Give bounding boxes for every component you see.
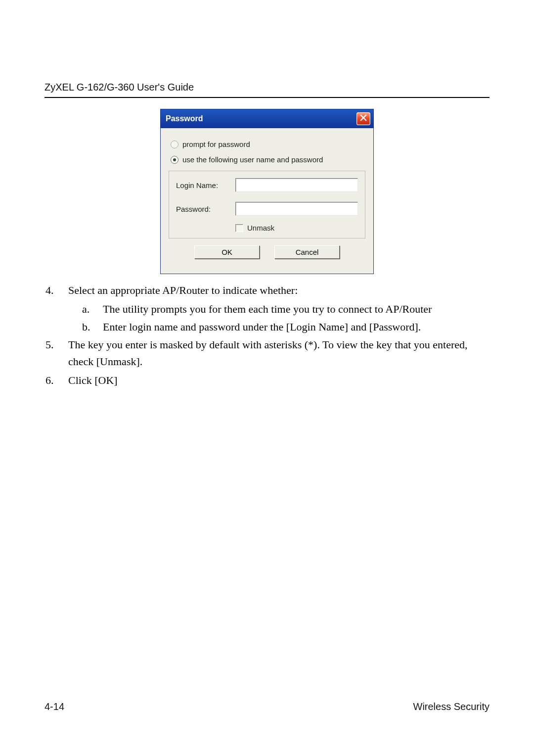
section-name: Wireless Security [413,701,490,712]
list-number: 6. [44,372,68,389]
list-item: b. Enter login name and password under t… [82,319,490,335]
list-text: Select an appropriate AP/Router to indic… [68,282,490,299]
dialog-title: Password [166,114,203,123]
page-number: 4-14 [44,701,64,712]
instruction-text: 4. Select an appropriate AP/Router to in… [44,282,490,389]
login-name-row: Login Name: [176,178,358,192]
ok-button[interactable]: OK [194,245,260,259]
radio-use-following[interactable]: use the following user name and password [171,155,365,164]
dialog-titlebar[interactable]: Password [161,109,373,128]
password-label: Password: [176,205,235,213]
header-rule [44,97,490,98]
list-text: Enter login name and password under the … [103,319,421,335]
list-number: 4. [44,282,68,299]
dialog-buttons: OK Cancel [169,238,365,267]
cancel-button[interactable]: Cancel [274,245,340,259]
list-text: The key you enter is masked by default w… [68,336,490,370]
credentials-group: Login Name: Password: Unmask [169,171,365,238]
list-text: The utility prompts you for them each ti… [103,301,432,318]
radio-icon [171,156,178,164]
list-item: 4. Select an appropriate AP/Router to in… [44,282,490,299]
password-dialog: Password prompt for password use the fol… [160,109,374,274]
list-number: 5. [44,336,68,370]
page-title: ZyXEL G-162/G-360 User's Guide [44,82,490,93]
password-input[interactable] [235,202,358,216]
radio-prompt-for-password[interactable]: prompt for password [171,140,365,148]
page-header: ZyXEL G-162/G-360 User's Guide [44,82,490,98]
password-row: Password: [176,202,358,216]
close-icon [360,114,367,123]
page: ZyXEL G-162/G-360 User's Guide Password … [0,0,534,756]
list-item: a. The utility prompts you for them each… [82,301,490,318]
dialog-screenshot: Password prompt for password use the fol… [44,109,490,274]
login-name-label: Login Name: [176,181,235,189]
close-button[interactable] [356,112,370,125]
list-item: 5. The key you enter is masked by defaul… [44,336,490,370]
list-number: a. [82,301,103,318]
radio-label: use the following user name and password [182,155,323,164]
unmask-label: Unmask [247,224,274,232]
unmask-row[interactable]: Unmask [235,224,358,232]
dialog-body: prompt for password use the following us… [161,128,373,274]
page-footer: 4-14 Wireless Security [44,701,490,712]
login-name-input[interactable] [235,178,358,192]
radio-icon [171,141,178,148]
radio-label: prompt for password [182,140,250,148]
list-number: b. [82,319,103,335]
unmask-checkbox[interactable] [235,224,243,232]
list-item: 6. Click [OK] [44,372,490,389]
list-text: Click [OK] [68,372,490,389]
